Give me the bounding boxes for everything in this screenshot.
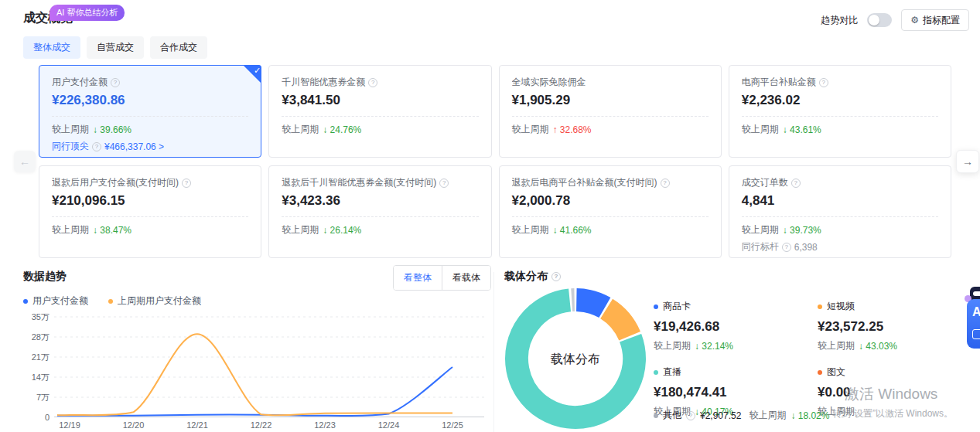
compare-label: 较上周期 [282, 123, 319, 136]
info-icon[interactable] [791, 179, 801, 188]
distribution-legend-other[interactable]: 其他¥2,907.52较上周期↓ 18.02% [654, 409, 829, 422]
compare-label: 较上周期 [52, 223, 89, 236]
compare-delta: ↓ 32.14% [695, 341, 733, 352]
divider [282, 116, 478, 117]
carrier-value: ¥19,426.68 [654, 319, 808, 335]
metric-extra[interactable]: 同行标杆 6,398 [742, 240, 938, 253]
info-icon[interactable] [182, 179, 191, 188]
metric-title: 成交订单数 [742, 176, 788, 189]
carrier-name: 商品卡 [663, 300, 691, 313]
compare-label: 较上周期 [512, 223, 549, 236]
info-icon[interactable] [819, 78, 828, 87]
carrier-value: ¥0.00 [818, 385, 972, 400]
ai-summary-badge[interactable]: AI 帮你总结分析 [50, 5, 125, 21]
selected-corner: ✓ [243, 65, 261, 83]
view-carrier-button[interactable]: 看载体 [442, 266, 490, 290]
metric-card[interactable]: 千川智能优惠券金额 ¥3,841.50 较上周期 ↓ 24.76% [268, 65, 491, 158]
carrier-donut-chart[interactable]: 载体分布 [504, 287, 647, 432]
metric-card[interactable]: 退款后电商平台补贴金额(支付时间) ¥2,000.78 较上周期 ↓ 41.66… [499, 165, 722, 258]
svg-text:7万: 7万 [36, 393, 50, 402]
tab-cooperation[interactable]: 合作成交 [150, 36, 207, 59]
extra-value: ¥466,337.06 > [104, 141, 164, 152]
divider [52, 116, 248, 117]
view-overall-button[interactable]: 看整体 [394, 266, 442, 290]
metric-card[interactable]: 退款后用户支付金额(支付时间) ¥210,096.15 较上周期 ↓ 38.47… [39, 165, 261, 258]
metric-card[interactable]: 退款后千川智能优惠券金额(支付时间) ¥3,423.36 较上周期 ↓ 26.1… [268, 165, 491, 258]
svg-text:12/22: 12/22 [251, 420, 272, 430]
svg-text:12/20: 12/20 [123, 420, 145, 430]
divider [282, 216, 478, 217]
compare-delta: ↓ 38.47% [93, 225, 131, 236]
gear-icon: ⚙ [910, 15, 919, 25]
trend-compare-toggle[interactable] [867, 13, 892, 27]
extra-label: 同行标杆 [742, 240, 779, 253]
carrier-name: 图文 [827, 366, 845, 379]
trend-compare-label: 趋势对比 [821, 14, 858, 27]
metric-card[interactable]: 电商平台补贴金额 ¥2,236.02 较上周期 ↓ 43.61% [729, 65, 951, 158]
compare-label: 较上周期 [818, 339, 855, 352]
compare-delta: ↓ 43.61% [783, 124, 821, 135]
compare-delta: ↓ 43.03% [859, 341, 897, 352]
cards-prev-button[interactable]: ← [14, 151, 36, 172]
metric-config-label: 指标配置 [923, 14, 960, 27]
info-icon[interactable] [368, 78, 377, 87]
metric-value: ¥226,380.86 [52, 93, 248, 108]
arrow-right-icon: → [962, 155, 973, 168]
compare-label: 较上周期 [742, 123, 779, 136]
info-icon[interactable] [111, 78, 120, 87]
carrier-name: 其他 [663, 409, 681, 422]
info-icon[interactable] [661, 179, 670, 188]
metric-card[interactable]: 成交订单数 4,841 较上周期 ↓ 39.73% 同行标杆 6,398 [729, 165, 951, 258]
legend-dot-icon [654, 370, 658, 375]
svg-text:12/19: 12/19 [59, 420, 80, 430]
svg-text:12/21: 12/21 [186, 420, 208, 430]
ai-assistant-widget[interactable]: A [965, 287, 980, 349]
metric-value: ¥3,423.36 [282, 193, 478, 209]
svg-text:14万: 14万 [32, 372, 50, 382]
check-icon: ✓ [254, 66, 261, 76]
legend-dot-icon [23, 299, 28, 304]
svg-text:21万: 21万 [32, 352, 50, 362]
compare-label: 较上周期 [742, 223, 779, 236]
divider [512, 216, 709, 217]
divider [742, 216, 938, 217]
carrier-name: 短视频 [827, 300, 855, 313]
distribution-legend-item[interactable]: 商品卡¥19,426.68较上周期↓ 32.14% [654, 300, 808, 352]
distribution-legend-item[interactable]: 图文¥0.00较上周期 [818, 366, 972, 418]
svg-text:载体分布: 载体分布 [551, 352, 600, 366]
carrier-value: ¥2,907.52 [700, 410, 741, 421]
tab-self-operated[interactable]: 自营成交 [87, 36, 144, 59]
info-icon [782, 243, 791, 252]
compare-label: 较上周期 [512, 123, 549, 136]
trend-view-switch: 看整体 看载体 [393, 265, 491, 291]
cards-next-button[interactable]: → [956, 150, 979, 173]
trend-line-chart[interactable]: 07万14万21万28万35万12/1912/2012/2112/2212/23… [19, 306, 492, 432]
metric-card[interactable]: 全域实际免除佣金 ¥1,905.29 较上周期 ↑ 32.68% [499, 65, 722, 158]
info-icon[interactable] [686, 411, 695, 420]
divider [52, 216, 248, 217]
distribution-legend-col2: 短视频¥23,572.25较上周期↓ 43.03%图文¥0.00较上周期 [818, 300, 972, 431]
svg-text:12/25: 12/25 [442, 420, 463, 430]
info-icon[interactable] [439, 179, 449, 188]
metric-title: 用户支付金额 [52, 76, 108, 89]
toggle-knob [869, 15, 879, 26]
legend-dot-icon [818, 370, 822, 375]
carrier-name: 直播 [663, 366, 681, 379]
metric-card[interactable]: 用户支付金额 ¥226,380.86 较上周期 ↓ 39.66% 同行顶尖 ¥4… [39, 65, 261, 158]
distribution-section-title: 载体分布 [504, 270, 548, 284]
compare-delta: ↓ 26.14% [323, 225, 361, 236]
distribution-legend-item[interactable]: 短视频¥23,572.25较上周期↓ 43.03% [818, 300, 972, 352]
section-divider [493, 272, 494, 432]
metric-cards-grid: 用户支付金额 ¥226,380.86 较上周期 ↓ 39.66% 同行顶尖 ¥4… [39, 65, 951, 258]
svg-text:28万: 28万 [32, 332, 50, 342]
compare-delta: ↓ 39.66% [93, 124, 131, 135]
metric-title: 退款后电商平台补贴金额(支付时间) [512, 176, 657, 189]
extra-value: 6,398 [794, 242, 818, 253]
legend-dot-icon [108, 299, 113, 304]
tab-overall[interactable]: 整体成交 [23, 36, 80, 59]
metric-title: 千川智能优惠券金额 [282, 76, 365, 89]
svg-text:12/23: 12/23 [314, 420, 336, 430]
info-icon[interactable] [551, 272, 561, 281]
metric-config-button[interactable]: ⚙ 指标配置 [901, 9, 969, 31]
metric-extra[interactable]: 同行顶尖 ¥466,337.06 > [52, 140, 248, 153]
